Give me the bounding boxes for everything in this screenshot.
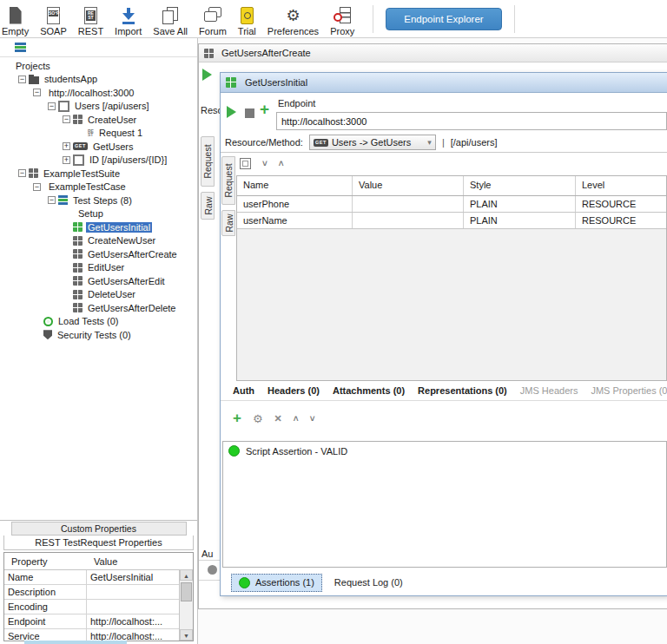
toolbar-item-forum[interactable]: Forum	[199, 2, 227, 36]
collapse-icon[interactable]: −	[33, 183, 41, 191]
outer-tab-raw[interactable]: Raw	[201, 192, 215, 220]
property-value-cell[interactable]: GetUsersInitial	[87, 570, 179, 584]
tree-item[interactable]: Setup	[0, 207, 197, 221]
move-down-icon[interactable]: ˅	[262, 159, 267, 168]
param-level-cell[interactable]: RESOURCE	[576, 213, 666, 228]
resource-method-dropdown[interactable]: Users -> GetUsers ▾	[309, 135, 436, 150]
params-row[interactable]: userPhonePLAINRESOURCE	[237, 196, 666, 213]
property-value-cell[interactable]	[87, 600, 179, 614]
properties-scrollbar[interactable]: ▲ ▼	[179, 569, 193, 641]
outer-tab-request[interactable]: Request	[201, 136, 215, 187]
toolbar-item-empty[interactable]: Empty	[2, 2, 29, 36]
collapse-icon[interactable]: −	[18, 76, 26, 83]
tree-item[interactable]: Request 1	[0, 127, 197, 141]
properties-row[interactable]: Endpointhttp://localhost:...	[4, 614, 193, 629]
tab-headers-0[interactable]: Headers (0)	[267, 385, 320, 396]
toolbar-item-soap[interactable]: SOAP	[40, 2, 67, 36]
toolbar-item-saveall[interactable]: Save All	[153, 2, 188, 36]
toolbar-item-proxy[interactable]: Proxy	[330, 2, 354, 36]
collapse-icon[interactable]: −	[18, 169, 26, 177]
tree-item[interactable]: DeleteUser	[0, 288, 197, 302]
tab-jms-headers: JMS Headers	[520, 385, 578, 396]
collapse-icon[interactable]: −	[33, 89, 41, 96]
tree-item[interactable]: −CreateUser	[0, 113, 197, 127]
assertion-list-item[interactable]: Script Assertion - VALID	[223, 442, 666, 457]
add-endpoint-icon[interactable]: +	[260, 101, 269, 117]
tree-item[interactable]: −Users [/api/users]	[0, 100, 197, 114]
tab-assertions[interactable]: Assertions (1)	[231, 574, 322, 592]
property-value-cell[interactable]	[87, 585, 179, 599]
tree-item[interactable]: −ExampleTestSuite	[0, 167, 197, 181]
resize-table-icon[interactable]	[240, 158, 251, 169]
move-up-icon[interactable]: ˄	[279, 159, 284, 168]
collapse-icon[interactable]: −	[48, 102, 56, 110]
tree-item[interactable]: GetUsersAfterEdit	[0, 274, 197, 288]
cancel-request-icon[interactable]	[245, 108, 254, 118]
endpoint-explorer-button[interactable]: Endpoint Explorer	[386, 8, 501, 30]
tab-attachments-0[interactable]: Attachments (0)	[333, 385, 405, 396]
tab-request-log[interactable]: Request Log (0)	[334, 577, 403, 588]
properties-row[interactable]: Description	[4, 585, 193, 600]
divider	[199, 580, 220, 581]
param-value-cell[interactable]	[353, 213, 464, 228]
tree-item-selected[interactable]: GetUsersInitial	[0, 220, 197, 234]
tree-item[interactable]: GetUsersAfterCreate	[0, 247, 197, 261]
chevron-down-icon: ▾	[427, 138, 432, 147]
properties-row[interactable]: Encoding	[4, 600, 193, 614]
column-header-property: Property	[4, 556, 87, 567]
move-assertion-down-icon[interactable]: ˅	[310, 414, 315, 424]
scroll-down-icon[interactable]: ▼	[180, 629, 193, 641]
tree-view-icon[interactable]	[15, 43, 26, 52]
tree-item[interactable]: +ID [/api/users/{ID}]	[0, 154, 197, 168]
tree-item[interactable]: CreateNewUser	[0, 234, 197, 248]
inner-tab-raw[interactable]: Raw	[221, 210, 235, 236]
tree-item[interactable]: Security Tests (0)	[0, 328, 197, 342]
endpoint-input[interactable]	[276, 112, 667, 130]
tree-item[interactable]: −ExampleTestCase	[0, 181, 197, 194]
expand-icon[interactable]: +	[63, 156, 70, 164]
tab-representations-0[interactable]: Representations (0)	[418, 385, 507, 396]
tab-custom-properties[interactable]: Custom Properties	[11, 522, 187, 536]
tree-item[interactable]: EditUser	[0, 261, 197, 275]
tab-auth[interactable]: Auth	[233, 385, 254, 396]
remove-assertion-icon[interactable]: ✕	[274, 413, 282, 424]
properties-row[interactable]: Servicehttp://localhost:...	[4, 629, 193, 641]
param-value-cell[interactable]	[353, 196, 464, 212]
properties-row[interactable]: NameGetUsersInitial	[4, 570, 193, 585]
param-level-cell[interactable]: RESOURCE	[576, 196, 666, 212]
outer-window-titlebar[interactable]: GetUsersAfterCreate	[199, 44, 667, 62]
toolbar-item-preferences[interactable]: ⚙Preferences	[267, 2, 319, 36]
tree-item[interactable]: +GetUsers	[0, 140, 197, 154]
configure-assertion-icon[interactable]: ⚙	[253, 412, 263, 425]
property-value-cell[interactable]: http://localhost:...	[87, 629, 179, 641]
move-assertion-up-icon[interactable]: ˄	[294, 414, 299, 424]
param-name-cell[interactable]: userPhone	[237, 196, 353, 212]
run-icon[interactable]	[202, 69, 212, 81]
inner-tab-request[interactable]: Request	[221, 156, 235, 205]
collapse-icon[interactable]: −	[48, 196, 56, 204]
collapse-icon[interactable]: −	[63, 115, 70, 123]
scrollbar-thumb[interactable]	[181, 582, 192, 601]
expand-icon[interactable]: +	[63, 142, 70, 150]
params-row[interactable]: userNamePLAINRESOURCE	[237, 213, 666, 229]
tree-item[interactable]: Load Tests (0)	[0, 315, 197, 329]
tree-item[interactable]: −studentsApp	[0, 73, 197, 87]
toolbar-separator	[373, 5, 373, 33]
saveall-icon	[162, 7, 178, 24]
submit-request-icon[interactable]	[227, 106, 236, 118]
toolbar-item-rest[interactable]: REST	[78, 2, 103, 36]
scroll-up-icon[interactable]: ▲	[180, 569, 193, 581]
add-assertion-icon[interactable]: +	[233, 410, 241, 427]
toolbar-item-import[interactable]: Import	[115, 2, 142, 36]
tree-item[interactable]: Projects	[0, 59, 197, 73]
tree-item[interactable]: −Test Steps (8)	[0, 194, 197, 207]
param-style-cell[interactable]: PLAIN	[464, 213, 576, 228]
property-value-cell[interactable]: http://localhost:...	[87, 614, 179, 628]
inner-window-titlebar[interactable]: GetUsersInitial	[221, 73, 667, 93]
tree-item[interactable]: −http://localhost:3000	[0, 86, 197, 100]
tree-item-label: CreateUser	[86, 115, 138, 125]
param-style-cell[interactable]: PLAIN	[464, 196, 576, 212]
param-name-cell[interactable]: userName	[237, 213, 353, 228]
toolbar-item-trial[interactable]: Trial	[238, 2, 256, 36]
tree-item[interactable]: GetUsersAfterDelete	[0, 301, 197, 315]
